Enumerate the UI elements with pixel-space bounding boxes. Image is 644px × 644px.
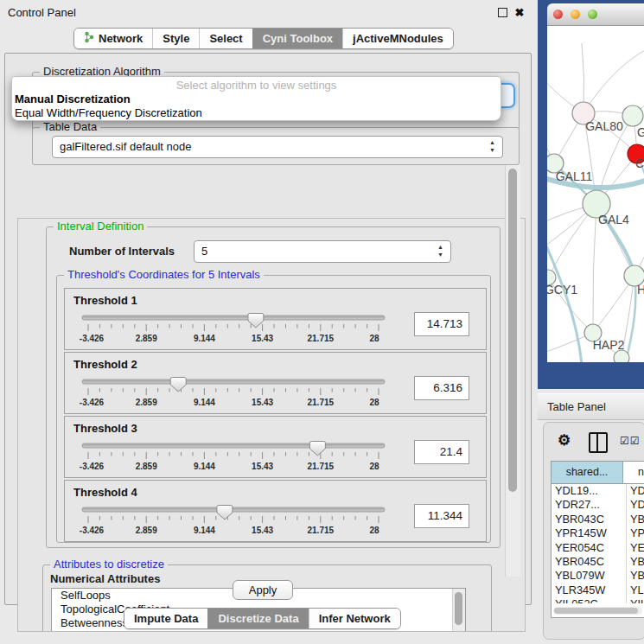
apply-button[interactable]: Apply: [233, 580, 293, 600]
svg-text:21.715: 21.715: [308, 334, 335, 343]
threshold-slider[interactable]: -3.4262.8599.14415.4321.71528: [77, 376, 405, 409]
combo-updown-icon: ▲▼: [489, 138, 495, 154]
svg-text:-3.426: -3.426: [80, 462, 105, 471]
tab-impute-data[interactable]: Impute Data: [124, 609, 207, 628]
node-table[interactable]: shared... n YDL19... YDL1 YDR27... YDR2 …: [551, 461, 644, 618]
interval-definition-label: Interval Definition: [54, 220, 147, 233]
network-node-label: H: [637, 283, 644, 296]
top-tabbar: Network Style Select Cyni Toolbox jActiv…: [73, 28, 454, 49]
table-hscrollbar[interactable]: [553, 607, 642, 615]
mac-minimize-button[interactable]: [571, 10, 580, 19]
algorithm-option-manual[interactable]: Manual Discretization: [12, 92, 501, 106]
tab-jactivemnodules[interactable]: jActiveMNodules: [342, 29, 453, 48]
svg-text:-3.426: -3.426: [80, 526, 105, 535]
table-row[interactable]: YPR145W YPR1: [552, 526, 644, 540]
table-data-combobox[interactable]: galFiltered.sif default node ▲▼: [52, 136, 503, 158]
threshold-value-field[interactable]: 11.344: [414, 504, 469, 528]
threshold-slider[interactable]: -3.4262.8599.14415.4321.71528: [77, 312, 405, 345]
network-node-label: GAL80: [585, 119, 623, 133]
tab-style[interactable]: Style: [152, 29, 199, 48]
table-row[interactable]: YBR045C YBR0: [552, 555, 644, 569]
table-row[interactable]: YBR043C YBR0: [552, 513, 644, 526]
network-window-titlebar[interactable]: [547, 3, 644, 26]
network-node-label: GAL11: [556, 169, 593, 183]
algorithm-option-equal-width[interactable]: Equal Width/Frequency Discretization: [12, 106, 501, 120]
network-node-label: HAP2: [593, 338, 625, 352]
table-row[interactable]: YIL052C YIL0: [552, 597, 644, 603]
svg-text:9.144: 9.144: [194, 462, 215, 471]
tab-discretize-data[interactable]: Discretize Data: [207, 609, 308, 628]
threshold-label: Threshold 1: [73, 294, 137, 307]
slider-thumb: [170, 378, 186, 392]
svg-text:9.144: 9.144: [194, 334, 215, 343]
slider-thumb: [248, 314, 264, 328]
svg-text:21.715: 21.715: [308, 526, 335, 535]
mac-zoom-button[interactable]: [588, 10, 597, 19]
threshold-slider[interactable]: -3.4262.8599.14415.4321.71528: [77, 440, 405, 473]
slider-thumb: [309, 442, 325, 456]
tab-infer-network[interactable]: Infer Network: [309, 609, 400, 628]
svg-text:15.43: 15.43: [252, 398, 273, 407]
thresholds-group-label: Threshold's Coordinates for 5 Intervals: [64, 268, 264, 281]
column-header-shared-name[interactable]: shared...: [552, 462, 623, 483]
table-data-label: Table Data: [40, 120, 100, 133]
table-data-group: Table Data galFiltered.sif default node …: [32, 127, 520, 165]
svg-text:2.859: 2.859: [136, 334, 157, 343]
network-node: [622, 105, 643, 126]
threshold-value-field[interactable]: 14.713: [414, 312, 469, 336]
column-select-icon[interactable]: ☑☑: [620, 435, 641, 447]
svg-text:28: 28: [369, 526, 379, 535]
close-window-icon[interactable]: ✖: [513, 7, 526, 19]
svg-text:2.859: 2.859: [136, 462, 157, 471]
table-row[interactable]: YLR345W YLR3: [552, 583, 644, 597]
table-hscrollbar-thumb[interactable]: [554, 608, 638, 614]
settings-gear-icon[interactable]: ⚙: [558, 431, 571, 450]
network-node-label: C: [635, 156, 644, 170]
slider-thumb: [217, 506, 233, 520]
table-data-combobox-value: galFiltered.sif default node: [60, 140, 191, 153]
network-node-label: GAL4: [598, 213, 629, 226]
numerical-attributes-label: Numerical Attributes: [50, 572, 160, 585]
svg-text:21.715: 21.715: [308, 462, 335, 471]
algorithm-dropdown-popup: Select algorithm to view settings Manual…: [11, 76, 501, 121]
tab-network[interactable]: Network: [74, 29, 152, 48]
network-node-label: GCY1: [547, 283, 577, 296]
table-row[interactable]: YER054C YER0: [552, 541, 644, 555]
svg-text:9.144: 9.144: [194, 526, 215, 535]
attributes-group-label: Attributes to discretize: [50, 558, 168, 571]
threshold-row: Threshold 4 -3.4262.8599.14415.4321.7152…: [64, 480, 487, 542]
network-view-window: GAL80GALCGAL11GAL4GCY1HHAP2: [538, 0, 644, 389]
tab-select[interactable]: Select: [199, 29, 252, 48]
threshold-value-field[interactable]: 21.4: [414, 440, 469, 464]
svg-text:2.859: 2.859: [136, 398, 157, 407]
table-row[interactable]: YBL079W YBL0: [552, 569, 644, 583]
cyni-panel-body: Discretization Algorithm Table Data galF…: [4, 53, 532, 605]
svg-text:15.43: 15.43: [252, 526, 273, 535]
threshold-slider[interactable]: -3.4262.8599.14415.4321.71528: [77, 504, 405, 537]
thresholds-group: Threshold's Coordinates for 5 Intervals …: [56, 275, 491, 543]
split-view-icon[interactable]: [589, 432, 608, 453]
column-header-name[interactable]: n: [623, 462, 644, 483]
table-row[interactable]: YDL19... YDL1: [552, 484, 644, 498]
table-row[interactable]: YDR27... YDR2: [552, 498, 644, 512]
network-node-label: GAL: [637, 125, 644, 139]
tab-network-label: Network: [99, 32, 143, 45]
network-canvas[interactable]: GAL80GALCGAL11GAL4GCY1HHAP2: [547, 26, 644, 362]
tab-cyni-toolbox[interactable]: Cyni Toolbox: [252, 29, 342, 48]
main-scrollbar[interactable]: [505, 165, 520, 577]
number-of-intervals-label: Number of Intervals: [69, 245, 175, 258]
attributes-list-scrollbar[interactable]: [452, 589, 465, 632]
algorithm-prompt-option[interactable]: Select algorithm to view settings: [12, 77, 501, 92]
table-panel-body: ⚙ ☑☑ shared... n YDL19... YDL1 YDR27... …: [543, 422, 644, 640]
number-of-intervals-spinner[interactable]: 5 ▲▼: [194, 240, 451, 263]
threshold-value-field[interactable]: 6.316: [414, 376, 469, 400]
network-node: [614, 350, 629, 362]
mac-close-button[interactable]: [553, 10, 563, 19]
spinner-updown-icon: ▲▼: [437, 243, 443, 258]
threshold-row: Threshold 1 -3.4262.8599.14415.4321.7152…: [64, 288, 487, 350]
float-window-icon[interactable]: [496, 7, 508, 19]
network-tree-icon: [84, 31, 94, 46]
main-scrollbar-thumb[interactable]: [508, 169, 517, 492]
svg-text:21.715: 21.715: [308, 398, 335, 407]
svg-text:15.43: 15.43: [252, 462, 273, 471]
